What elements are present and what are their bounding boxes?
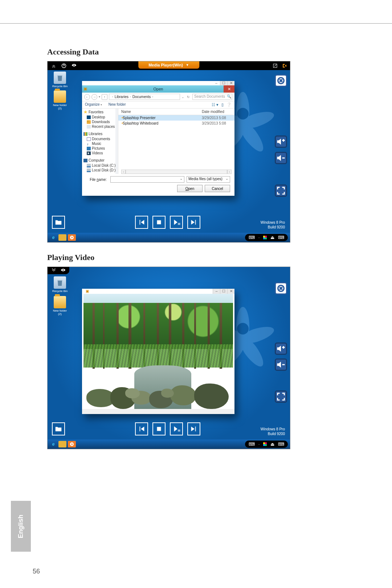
overlay-fullscreen-button[interactable] bbox=[275, 184, 287, 197]
file-row-selected[interactable]: Splashtop Presenter 3/29/2013 5:08 bbox=[118, 115, 234, 121]
file-open-dialog: – ☐ ✕ ▣ Open ✕ ← → ▾ ↑ › Libraries › Doc bbox=[82, 81, 234, 196]
eye-icon[interactable] bbox=[61, 268, 66, 273]
dialog-close-button[interactable]: ✕ bbox=[224, 85, 234, 93]
scroll-right-icon[interactable]: › bbox=[227, 170, 232, 174]
tree-downloads[interactable]: Downloads bbox=[83, 119, 118, 124]
overlay-close-button[interactable] bbox=[275, 282, 287, 295]
nav-up-button[interactable]: ↑ bbox=[102, 94, 107, 100]
keyboard-layout-icon[interactable]: ⌨ bbox=[278, 442, 284, 447]
tree-disk-d[interactable]: Local Disk (D:) bbox=[83, 168, 118, 173]
open-button[interactable]: Open bbox=[177, 185, 203, 192]
help-icon[interactable] bbox=[61, 63, 66, 68]
cancel-button[interactable]: Cancel bbox=[205, 185, 230, 192]
taskbar-ie-icon[interactable]: e bbox=[50, 234, 57, 241]
new-folder-desktop-icon[interactable]: New folder (2) bbox=[51, 296, 69, 316]
nav-forward-button[interactable]: → bbox=[91, 94, 97, 100]
file-row[interactable]: Splashtop Whiteboard 3/29/2013 5:08 bbox=[118, 121, 234, 126]
expand-down-icon[interactable] bbox=[51, 268, 56, 273]
eject-icon[interactable]: ⏏ bbox=[270, 235, 274, 240]
media-folder-open-button[interactable] bbox=[52, 422, 65, 435]
overlay-volume-down-button[interactable] bbox=[275, 358, 287, 371]
tree-favorites[interactable]: Favorites bbox=[83, 110, 118, 114]
tree-pictures[interactable]: Pictures bbox=[83, 146, 118, 151]
exit-icon[interactable] bbox=[282, 63, 287, 68]
media-stop-button[interactable] bbox=[152, 422, 166, 435]
recycle-bin-desktop-icon[interactable]: Recycle Bin bbox=[51, 72, 69, 88]
filename-input[interactable] bbox=[110, 176, 184, 183]
video-playback-area[interactable] bbox=[83, 294, 233, 409]
win-max-icon[interactable]: ☐ bbox=[220, 81, 227, 85]
tree-videos[interactable]: Videos bbox=[83, 151, 118, 155]
preview-pane-button[interactable]: ▯ bbox=[221, 102, 224, 107]
win-max-icon[interactable]: ☐ bbox=[220, 289, 227, 294]
nav-back-button[interactable]: ← bbox=[84, 94, 90, 100]
crumb-dropdown[interactable]: ⌄ bbox=[181, 95, 184, 99]
filetype-select[interactable]: Media files (all types) bbox=[187, 176, 230, 183]
win-min-icon[interactable]: – bbox=[213, 289, 220, 294]
eject-icon[interactable]: ⏏ bbox=[270, 442, 274, 447]
taskbar-systray[interactable]: ⌨ · ⏏ ⌨ bbox=[245, 441, 288, 448]
scroll-left-icon[interactable]: ‹ bbox=[121, 170, 126, 174]
action-center-icon[interactable] bbox=[263, 442, 267, 446]
tree-disk-c[interactable]: Local Disk (C:) bbox=[83, 163, 118, 168]
player-app-icon: ▣ bbox=[83, 289, 91, 294]
tree-music[interactable]: Music bbox=[83, 141, 118, 146]
crumb-documents[interactable]: Documents bbox=[132, 95, 151, 99]
collapse-up-icon[interactable] bbox=[51, 63, 56, 68]
overlay-volume-down-button[interactable] bbox=[275, 152, 287, 164]
tree-recent[interactable]: Recent places bbox=[83, 124, 118, 129]
overlay-fullscreen-button[interactable] bbox=[275, 390, 287, 403]
taskbar-explorer-icon[interactable] bbox=[58, 234, 66, 241]
overlay-close-button[interactable] bbox=[275, 74, 287, 87]
taskbar-systray[interactable]: ⌨ · ⏏ ⌨ bbox=[245, 234, 288, 241]
col-header-name[interactable]: Name bbox=[118, 110, 202, 114]
help-button[interactable]: ❔ bbox=[226, 102, 232, 107]
media-next-button[interactable] bbox=[187, 216, 200, 229]
eye-icon[interactable] bbox=[72, 63, 77, 68]
search-input[interactable]: Search Documents 🔍 bbox=[192, 94, 232, 100]
remote-control-toolbar-collapsed[interactable] bbox=[48, 267, 69, 274]
media-folder-open-button[interactable] bbox=[52, 216, 65, 229]
win-close-icon[interactable]: ✕ bbox=[227, 81, 234, 85]
media-play-pause-button[interactable] bbox=[170, 216, 183, 229]
new-folder-button[interactable]: New folder bbox=[109, 102, 126, 107]
osk-icon[interactable]: ⌨ bbox=[249, 235, 255, 240]
taskbar-explorer-icon[interactable] bbox=[58, 441, 66, 447]
organize-menu[interactable]: Organize bbox=[85, 102, 102, 107]
scroll-track[interactable] bbox=[126, 170, 227, 174]
edit-icon[interactable] bbox=[273, 63, 278, 68]
taskbar-media-player-icon[interactable] bbox=[68, 234, 76, 241]
win-close-icon[interactable]: ✕ bbox=[227, 289, 234, 294]
action-center-icon[interactable] bbox=[263, 236, 267, 239]
player-bottom-controls[interactable] bbox=[82, 409, 234, 414]
media-prev-button[interactable] bbox=[135, 216, 148, 229]
taskbar-media-player-icon[interactable] bbox=[68, 441, 76, 447]
tree-libraries[interactable]: Libraries bbox=[83, 132, 118, 136]
video-frame-forest bbox=[83, 294, 233, 409]
horizontal-scrollbar[interactable]: ‹ › bbox=[121, 170, 232, 174]
keyboard-layout-icon[interactable]: ⌨ bbox=[278, 235, 284, 240]
media-stop-button[interactable] bbox=[152, 216, 166, 229]
nav-history-dropdown[interactable]: ▾ bbox=[99, 95, 100, 98]
osk-icon[interactable]: ⌨ bbox=[249, 442, 255, 447]
overlay-volume-up-button[interactable] bbox=[275, 342, 287, 355]
tree-documents[interactable]: Documents bbox=[83, 137, 118, 141]
view-mode-button[interactable]: ☷ ▾ bbox=[212, 102, 219, 107]
col-header-date[interactable]: Date modified bbox=[202, 110, 234, 114]
dialog-toolbar: Organize New folder ☷ ▾ ▯ ❔ bbox=[82, 101, 234, 109]
media-controls-bar bbox=[48, 215, 290, 230]
media-play-pause-button[interactable] bbox=[170, 422, 183, 435]
remote-app-tab[interactable]: Media Player(Win) ▼ bbox=[138, 61, 199, 69]
taskbar-ie-icon[interactable]: e bbox=[50, 441, 57, 447]
new-folder-desktop-icon[interactable]: New folder (2) bbox=[51, 90, 69, 110]
media-prev-button[interactable] bbox=[135, 422, 148, 435]
overlay-volume-up-button[interactable] bbox=[275, 135, 287, 148]
recycle-bin-desktop-icon[interactable]: Recycle Bin bbox=[51, 276, 69, 293]
breadcrumb-bar[interactable]: › Libraries › Documents › bbox=[109, 94, 180, 100]
media-next-button[interactable] bbox=[187, 422, 200, 435]
tree-desktop[interactable]: Desktop bbox=[83, 115, 118, 119]
win-min-icon[interactable]: – bbox=[213, 81, 220, 85]
crumb-libraries[interactable]: Libraries bbox=[115, 95, 128, 99]
refresh-button[interactable]: ↻ bbox=[186, 95, 191, 99]
tree-computer[interactable]: Computer bbox=[83, 158, 118, 162]
